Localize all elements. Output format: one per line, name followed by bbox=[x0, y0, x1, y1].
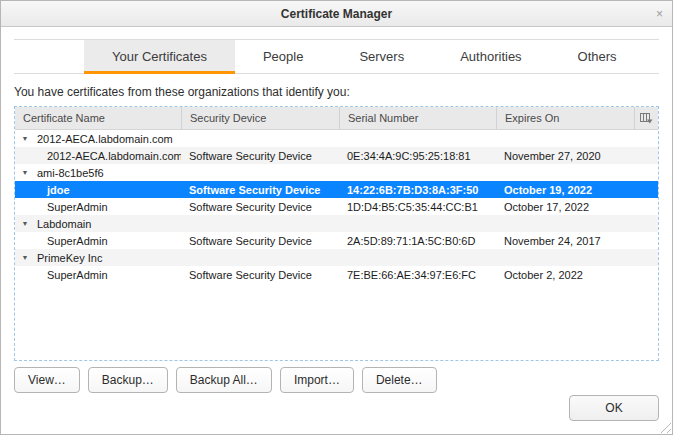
group-row[interactable]: ▼PrimeKey Inc bbox=[15, 249, 658, 266]
column-picker-button[interactable] bbox=[634, 107, 658, 129]
group-name-cell: ▼Labdomain bbox=[15, 218, 658, 230]
action-buttons: View… Backup… Backup All… Import… Delete… bbox=[14, 367, 659, 393]
serial-number-cell: 14:22:6B:7B:D3:8A:3F:50 bbox=[339, 184, 496, 196]
certificate-row[interactable]: SuperAdminSoftware Security Device2A:5D:… bbox=[15, 232, 658, 249]
expires-on-cell: November 24, 2017 bbox=[496, 235, 634, 247]
certificate-row[interactable]: 2012-AECA.labdomain.comSoftware Security… bbox=[15, 147, 658, 164]
certificate-name-cell: jdoe bbox=[15, 184, 181, 196]
view-button[interactable]: View… bbox=[14, 367, 80, 393]
group-name-cell: ▼2012-AECA.labdomain.com bbox=[15, 133, 658, 145]
certificate-name-cell: SuperAdmin bbox=[15, 269, 181, 281]
security-device-cell: Software Security Device bbox=[181, 184, 339, 196]
column-header-serial-number[interactable]: Serial Number bbox=[339, 107, 496, 129]
certificate-row[interactable]: jdoeSoftware Security Device14:22:6B:7B:… bbox=[15, 181, 658, 198]
group-label: ami-8c1be5f6 bbox=[37, 167, 104, 179]
certificate-manager-dialog: Certificate Manager × Your Certificates … bbox=[0, 0, 673, 435]
security-device-cell: Software Security Device bbox=[181, 201, 339, 213]
column-header-security-device[interactable]: Security Device bbox=[181, 107, 339, 129]
security-device-cell: Software Security Device bbox=[181, 269, 339, 281]
title-bar: Certificate Manager × bbox=[1, 1, 672, 27]
delete-button[interactable]: Delete… bbox=[362, 367, 437, 393]
table-body: ▼2012-AECA.labdomain.com2012-AECA.labdom… bbox=[15, 130, 658, 283]
group-label: Labdomain bbox=[37, 218, 91, 230]
security-device-cell: Software Security Device bbox=[181, 150, 339, 162]
tab-strip: Your Certificates People Servers Authori… bbox=[14, 39, 659, 74]
expand-triangle-icon[interactable]: ▼ bbox=[19, 169, 31, 176]
resize-grip[interactable] bbox=[658, 420, 671, 433]
certificate-name-cell: SuperAdmin bbox=[15, 201, 181, 213]
expires-on-cell: October 17, 2022 bbox=[496, 201, 634, 213]
tab-others[interactable]: Others bbox=[550, 40, 645, 73]
serial-number-cell: 7E:BE:66:AE:34:97:E6:FC bbox=[339, 269, 496, 281]
serial-number-cell: 1D:D4:B5:C5:35:44:CC:B1 bbox=[339, 201, 496, 213]
serial-number-cell: 0E:34:4A:9C:95:25:18:81 bbox=[339, 150, 496, 162]
expand-triangle-icon[interactable]: ▼ bbox=[19, 254, 31, 261]
security-device-cell: Software Security Device bbox=[181, 235, 339, 247]
group-label: 2012-AECA.labdomain.com bbox=[37, 133, 173, 145]
close-icon[interactable]: × bbox=[656, 8, 663, 20]
group-name-cell: ▼ami-8c1be5f6 bbox=[15, 167, 658, 179]
group-row[interactable]: ▼ami-8c1be5f6 bbox=[15, 164, 658, 181]
expand-triangle-icon[interactable]: ▼ bbox=[19, 220, 31, 227]
certificate-name-cell: SuperAdmin bbox=[15, 235, 181, 247]
serial-number-cell: 2A:5D:89:71:1A:5C:B0:6D bbox=[339, 235, 496, 247]
expires-on-cell: October 19, 2022 bbox=[496, 184, 634, 196]
certificates-table: Certificate Name Security Device Serial … bbox=[14, 106, 659, 361]
tab-your-certificates[interactable]: Your Certificates bbox=[84, 40, 235, 73]
table-header: Certificate Name Security Device Serial … bbox=[15, 107, 658, 130]
column-header-expires-on[interactable]: Expires On bbox=[496, 107, 634, 129]
tab-servers[interactable]: Servers bbox=[331, 40, 432, 73]
dialog-title: Certificate Manager bbox=[281, 7, 392, 21]
expires-on-cell: October 2, 2022 bbox=[496, 269, 634, 281]
expires-on-cell: November 27, 2020 bbox=[496, 150, 634, 162]
tab-people[interactable]: People bbox=[235, 40, 331, 73]
certificate-row[interactable]: SuperAdminSoftware Security Device7E:BE:… bbox=[15, 266, 658, 283]
expand-triangle-icon[interactable]: ▼ bbox=[19, 135, 31, 142]
certificate-name-cell: 2012-AECA.labdomain.com bbox=[15, 150, 181, 162]
intro-text: You have certificates from these organiz… bbox=[14, 85, 659, 99]
group-row[interactable]: ▼Labdomain bbox=[15, 215, 658, 232]
column-header-certificate-name[interactable]: Certificate Name bbox=[15, 107, 181, 129]
column-picker-icon bbox=[640, 113, 653, 124]
import-button[interactable]: Import… bbox=[280, 367, 354, 393]
group-label: PrimeKey Inc bbox=[37, 252, 102, 264]
ok-button-area: OK bbox=[569, 395, 659, 421]
tab-authorities[interactable]: Authorities bbox=[432, 40, 549, 73]
group-name-cell: ▼PrimeKey Inc bbox=[15, 252, 658, 264]
backup-all-button[interactable]: Backup All… bbox=[176, 367, 272, 393]
group-row[interactable]: ▼2012-AECA.labdomain.com bbox=[15, 130, 658, 147]
backup-button[interactable]: Backup… bbox=[88, 367, 168, 393]
ok-button[interactable]: OK bbox=[569, 395, 659, 421]
certificate-row[interactable]: SuperAdminSoftware Security Device1D:D4:… bbox=[15, 198, 658, 215]
